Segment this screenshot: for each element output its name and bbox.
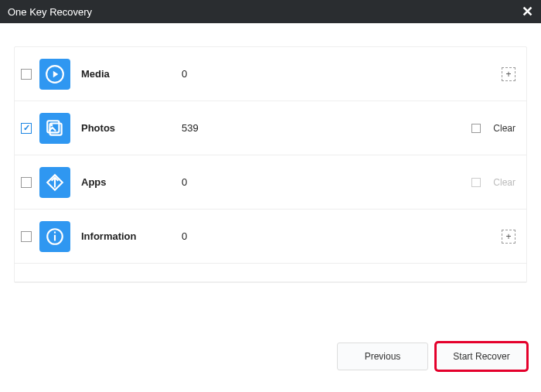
svg-rect-6 bbox=[54, 234, 56, 240]
row-apps: Apps 0 Clear bbox=[15, 155, 526, 210]
row-information: Information 0 + bbox=[15, 210, 526, 264]
list-footer-spacer bbox=[15, 264, 526, 282]
expand-button-information[interactable]: + bbox=[502, 230, 515, 244]
checkbox-information[interactable] bbox=[21, 231, 32, 242]
row-count: 0 bbox=[182, 230, 243, 242]
svg-rect-7 bbox=[54, 231, 56, 233]
clear-apps: Clear bbox=[471, 177, 515, 188]
titlebar: One Key Recovery ✕ bbox=[0, 0, 541, 23]
checkbox-media[interactable] bbox=[21, 69, 32, 80]
row-label: Apps bbox=[81, 176, 182, 188]
main-content: Media 0 + Photos 539 Clear Apps bbox=[0, 23, 541, 283]
row-count: 0 bbox=[182, 68, 243, 80]
category-list: Media 0 + Photos 539 Clear Apps bbox=[14, 46, 527, 283]
svg-marker-1 bbox=[53, 70, 59, 77]
checkbox-photos[interactable] bbox=[21, 123, 32, 134]
photos-icon bbox=[39, 113, 70, 144]
window-title: One Key Recovery bbox=[8, 6, 92, 18]
svg-point-4 bbox=[50, 124, 53, 126]
close-icon[interactable]: ✕ bbox=[522, 5, 533, 19]
previous-button[interactable]: Previous bbox=[337, 343, 428, 370]
clear-label: Clear bbox=[493, 177, 515, 188]
row-label: Media bbox=[81, 68, 182, 80]
row-count: 0 bbox=[182, 176, 243, 188]
footer-buttons: Previous Start Recover bbox=[337, 343, 527, 370]
apps-icon bbox=[39, 167, 70, 198]
info-icon bbox=[39, 221, 70, 252]
clear-photos[interactable]: Clear bbox=[471, 123, 515, 134]
clear-checkbox-apps bbox=[471, 178, 481, 187]
row-label: Photos bbox=[81, 122, 182, 134]
row-media: Media 0 + bbox=[15, 47, 526, 101]
clear-checkbox-photos[interactable] bbox=[471, 124, 481, 133]
row-count: 539 bbox=[182, 122, 243, 134]
start-recover-button[interactable]: Start Recover bbox=[436, 343, 527, 370]
media-icon bbox=[39, 59, 70, 90]
checkbox-apps[interactable] bbox=[21, 177, 32, 188]
row-photos: Photos 539 Clear bbox=[15, 101, 526, 155]
expand-button-media[interactable]: + bbox=[502, 67, 515, 81]
row-label: Information bbox=[81, 230, 182, 242]
clear-label: Clear bbox=[493, 123, 515, 134]
